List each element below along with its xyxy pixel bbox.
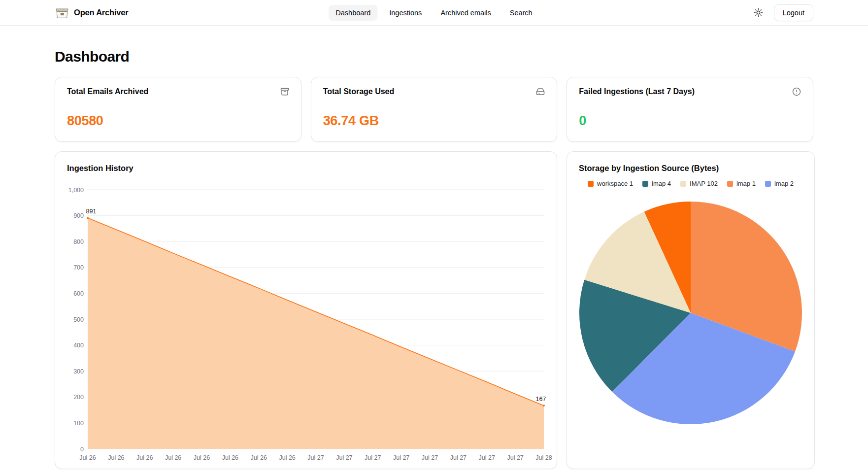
storage-pie-chart (579, 201, 802, 425)
legend-label: imap 4 (652, 180, 671, 187)
alert-circle-icon (792, 87, 801, 98)
ingestion-history-card: Ingestion History 0100200300400500600700… (55, 151, 557, 469)
legend-item-imap-4[interactable]: imap 4 (642, 180, 671, 187)
storage-by-source-title: Storage by Ingestion Source (Bytes) (579, 164, 802, 173)
y-axis-tick-label: 600 (73, 290, 84, 297)
nav-item-archived-emails[interactable]: Archived emails (434, 5, 498, 21)
x-axis-tick-label: Jul 28 (535, 454, 552, 461)
legend-label: IMAP 102 (690, 180, 718, 187)
y-axis-tick-label: 300 (73, 368, 84, 375)
legend-label: workspace 1 (597, 180, 633, 187)
y-axis-tick-label: 200 (73, 394, 84, 401)
x-axis-tick-label: Jul 26 (108, 454, 124, 461)
stat-card-total-emails: Total Emails Archived 80580 (55, 77, 301, 142)
x-axis-tick-label: Jul 27 (479, 454, 495, 461)
x-axis-tick-label: Jul 27 (450, 454, 467, 461)
page-title: Dashboard (55, 48, 813, 65)
brand-name: Open Archiver (74, 8, 129, 17)
stat-title: Failed Ingestions (Last 7 Days) (579, 87, 695, 96)
stat-value-total-storage: 36.74 GB (323, 113, 545, 129)
storage-by-source-card: Storage by Ingestion Source (Bytes) work… (567, 151, 815, 469)
x-axis-tick-label: Jul 27 (393, 454, 409, 461)
ingestion-history-area-chart: 01002003004005006007008009001,000Jul 26J… (67, 178, 545, 462)
y-axis-tick-label: 900 (73, 212, 84, 219)
dashboard-page: Dashboard Total Emails Archived 80580 To… (55, 26, 813, 469)
y-axis-tick-label: 800 (73, 238, 84, 245)
legend-item-imap-1[interactable]: imap 1 (727, 180, 756, 187)
first-point-label: 891 (86, 208, 97, 215)
y-axis-tick-label: 500 (73, 316, 84, 323)
stat-value-total-emails: 80580 (67, 113, 289, 129)
legend-swatch (727, 181, 733, 187)
x-axis-tick-label: Jul 26 (251, 454, 267, 461)
stat-title: Total Emails Archived (67, 87, 148, 96)
legend-swatch (680, 181, 686, 187)
y-axis-tick-label: 700 (73, 264, 84, 271)
legend-item-imap-102[interactable]: IMAP 102 (680, 180, 718, 187)
brand-link[interactable]: Open Archiver (55, 6, 129, 19)
area-fill (88, 218, 544, 449)
data-point (87, 217, 89, 219)
x-axis-tick-label: Jul 26 (79, 454, 96, 461)
sun-icon (754, 8, 763, 17)
stat-card-total-storage: Total Storage Used 36.74 GB (311, 77, 558, 142)
legend-label: imap 2 (774, 180, 794, 187)
legend-swatch (642, 181, 648, 187)
nav-item-search[interactable]: Search (503, 5, 539, 21)
x-axis-tick-label: Jul 27 (365, 454, 381, 461)
main-nav: Dashboard Ingestions Archived emails Sea… (329, 0, 539, 25)
stat-title: Total Storage Used (323, 87, 395, 96)
nav-item-ingestions[interactable]: Ingestions (382, 5, 429, 21)
x-axis-tick-label: Jul 27 (507, 454, 523, 461)
x-axis-tick-label: Jul 26 (194, 454, 210, 461)
x-axis-tick-label: Jul 27 (422, 454, 438, 461)
hard-drive-icon (536, 87, 545, 98)
theme-toggle-button[interactable] (754, 8, 763, 17)
x-axis-tick-label: Jul 26 (165, 454, 181, 461)
y-axis-tick-label: 100 (73, 420, 84, 427)
data-point (543, 405, 545, 407)
logout-button[interactable]: Logout (774, 4, 813, 21)
ingestion-history-title: Ingestion History (67, 164, 545, 173)
legend-item-imap-2[interactable]: imap 2 (765, 180, 794, 187)
pie-legend: workspace 1imap 4IMAP 102imap 1imap 2 (579, 180, 802, 187)
legend-swatch (588, 181, 594, 187)
x-axis-tick-label: Jul 26 (222, 454, 238, 461)
nav-item-dashboard[interactable]: Dashboard (329, 5, 377, 21)
archive-box-logo-icon (55, 6, 69, 19)
archive-icon (280, 87, 289, 98)
charts-row: Ingestion History 0100200300400500600700… (55, 151, 813, 469)
x-axis-tick-label: Jul 26 (136, 454, 153, 461)
y-axis-tick-label: 1,000 (68, 187, 84, 194)
stat-card-failed-ingestions: Failed Ingestions (Last 7 Days) 0 (567, 77, 813, 142)
stat-value-failed-ingestions: 0 (579, 113, 801, 129)
x-axis-tick-label: Jul 27 (307, 454, 324, 461)
y-axis-tick-label: 0 (80, 446, 84, 453)
x-axis-tick-label: Jul 27 (336, 454, 352, 461)
y-axis-tick-label: 400 (73, 342, 84, 349)
x-axis-tick-label: Jul 26 (279, 454, 295, 461)
top-navbar: Open Archiver Dashboard Ingestions Archi… (0, 0, 868, 26)
legend-item-workspace-1[interactable]: workspace 1 (588, 180, 633, 187)
stat-cards-row: Total Emails Archived 80580 Total Storag… (55, 77, 813, 142)
last-point-label: 167 (536, 396, 546, 403)
legend-swatch (765, 181, 771, 187)
legend-label: imap 1 (736, 180, 756, 187)
